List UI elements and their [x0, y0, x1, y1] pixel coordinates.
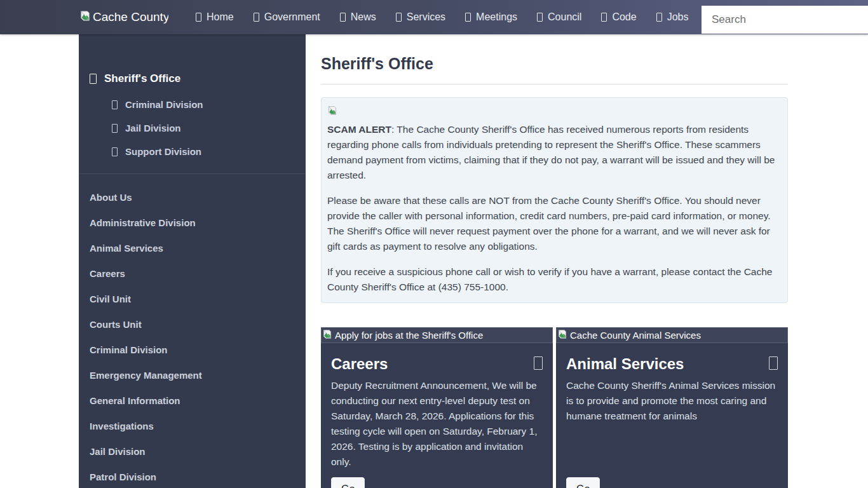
page-title: Sheriff's Office [321, 55, 788, 72]
nav-item-news[interactable]: News [340, 11, 376, 23]
nav-label: Council [548, 11, 581, 23]
sidebar-sub-label: Jail Division [125, 123, 181, 133]
sidebar-sub-label: Support Division [125, 146, 201, 157]
careers-card-body: Careers Deputy Recruitment Announcement,… [321, 343, 553, 488]
missing-glyph-icon [254, 13, 259, 22]
sidebar-item-criminal-division[interactable]: Criminal Division [79, 99, 306, 110]
sidebar-item-jail-division[interactable]: Jail Division [79, 123, 306, 133]
sidebar-link-investigations[interactable]: Investigations [79, 421, 306, 432]
missing-glyph-icon [656, 13, 662, 22]
missing-glyph-icon [537, 13, 543, 22]
animal-services-card-body: Animal Services Cache County Sheriff's A… [556, 343, 788, 488]
careers-card: Apply for jobs at the Sheriff's Office C… [321, 327, 553, 488]
missing-glyph-icon [534, 356, 543, 370]
missing-glyph-icon [769, 356, 778, 370]
missing-glyph-icon [112, 147, 118, 156]
sidebar-sub-label: Criminal Division [125, 99, 203, 110]
alert-paragraph-2: Please be aware that these calls are NOT… [327, 193, 778, 254]
sidebar-link-emergency-management[interactable]: Emergency Management [79, 370, 306, 381]
sidebar-link-civil-unit[interactable]: Civil Unit [79, 294, 306, 305]
missing-glyph-icon [112, 124, 118, 133]
main-nav: Home Government News Services Meetings C… [196, 11, 688, 23]
broken-image-icon [557, 329, 567, 341]
sidebar-link-about-us[interactable]: About Us [79, 192, 306, 203]
sidebar-link-courts-unit[interactable]: Courts Unit [79, 319, 306, 330]
animal-services-card-image-alt: Cache County Animal Services [570, 330, 701, 341]
nav-item-services[interactable]: Services [396, 11, 445, 23]
site-logo[interactable]: Cache County Logo [79, 8, 168, 27]
sidebar-link-animal-services[interactable]: Animal Services [79, 243, 306, 254]
nav-label: Meetings [476, 11, 517, 23]
nav-item-government[interactable]: Government [254, 11, 320, 23]
alert-paragraph-3: If you receive a suspicious phone call o… [327, 264, 778, 295]
sidebar-item-sheriffs-office[interactable]: Sheriff's Office [79, 72, 306, 85]
careers-card-text: Deputy Recruitment Announcement, We will… [331, 378, 543, 470]
animal-services-go-button[interactable]: Go [566, 477, 600, 488]
nav-item-jobs[interactable]: Jobs [656, 11, 689, 23]
sidebar-link-careers[interactable]: Careers [79, 268, 306, 280]
careers-go-button[interactable]: Go [331, 477, 365, 488]
cards-row: Apply for jobs at the Sheriff's Office C… [321, 327, 788, 488]
sidebar-office-section: Sheriff's Office Criminal Division Jail … [79, 34, 306, 174]
sidebar-link-patrol-division[interactable]: Patrol Division [79, 471, 306, 483]
missing-glyph-icon [196, 13, 201, 22]
nav-label: Code [612, 11, 636, 23]
scam-alert-box: SCAM ALERT: The Cache County Sheriff's O… [321, 97, 788, 303]
missing-glyph-icon [90, 74, 97, 84]
top-navbar: Cache County Logo Home Government News S… [0, 0, 868, 34]
alert-paragraph-1-text: : The Cache County Sheriff's Office has … [327, 124, 775, 180]
site-logo-alt-text: Cache County Logo [93, 10, 168, 24]
sidebar-header-label: Sheriff's Office [104, 72, 180, 85]
careers-card-image[interactable]: Apply for jobs at the Sheriff's Office [321, 327, 553, 343]
sidebar-link-jail-division[interactable]: Jail Division [79, 446, 306, 458]
main-content: Sheriff's Office SCAM ALERT: The Cache C… [321, 34, 788, 488]
sidebar-link-administrative-division[interactable]: Administrative Division [79, 217, 306, 229]
missing-glyph-icon [112, 100, 118, 109]
animal-services-card-image[interactable]: Cache County Animal Services [556, 327, 788, 343]
broken-image-icon [79, 10, 91, 25]
animal-services-card-title-row: Animal Services [566, 355, 778, 373]
nav-label: Jobs [667, 11, 689, 23]
missing-glyph-icon [396, 13, 402, 22]
sidebar-link-general-information[interactable]: General Information [79, 395, 306, 407]
missing-glyph-icon [340, 13, 346, 22]
broken-image-icon [322, 329, 332, 341]
animal-services-card-text: Cache County Sheriff's Animal Services m… [566, 378, 778, 424]
careers-card-title[interactable]: Careers [331, 355, 388, 373]
missing-glyph-icon [601, 13, 607, 22]
careers-card-image-alt: Apply for jobs at the Sheriff's Office [335, 330, 483, 341]
divider [321, 84, 788, 85]
careers-card-title-row: Careers [331, 355, 543, 373]
animal-services-card-title[interactable]: Animal Services [566, 355, 684, 373]
broken-image-icon [327, 105, 337, 118]
search-input[interactable] [702, 6, 868, 34]
nav-item-council[interactable]: Council [537, 11, 581, 23]
missing-glyph-icon [465, 13, 471, 22]
sidebar-links-section: About Us Administrative Division Animal … [79, 174, 306, 483]
nav-item-code[interactable]: Code [601, 11, 636, 23]
sidebar-link-criminal-division[interactable]: Criminal Division [79, 344, 306, 356]
alert-bold-label: SCAM ALERT [327, 124, 391, 135]
sidebar: Sheriff's Office Criminal Division Jail … [79, 34, 306, 488]
nav-item-meetings[interactable]: Meetings [465, 11, 517, 23]
nav-label: News [351, 11, 376, 23]
nav-label: Services [407, 11, 445, 23]
nav-item-home[interactable]: Home [196, 11, 234, 23]
sidebar-item-support-division[interactable]: Support Division [79, 146, 306, 157]
nav-label: Home [207, 11, 234, 23]
animal-services-card: Cache County Animal Services Animal Serv… [556, 327, 788, 488]
alert-paragraph-1: SCAM ALERT: The Cache County Sheriff's O… [327, 122, 778, 183]
nav-label: Government [264, 11, 320, 23]
